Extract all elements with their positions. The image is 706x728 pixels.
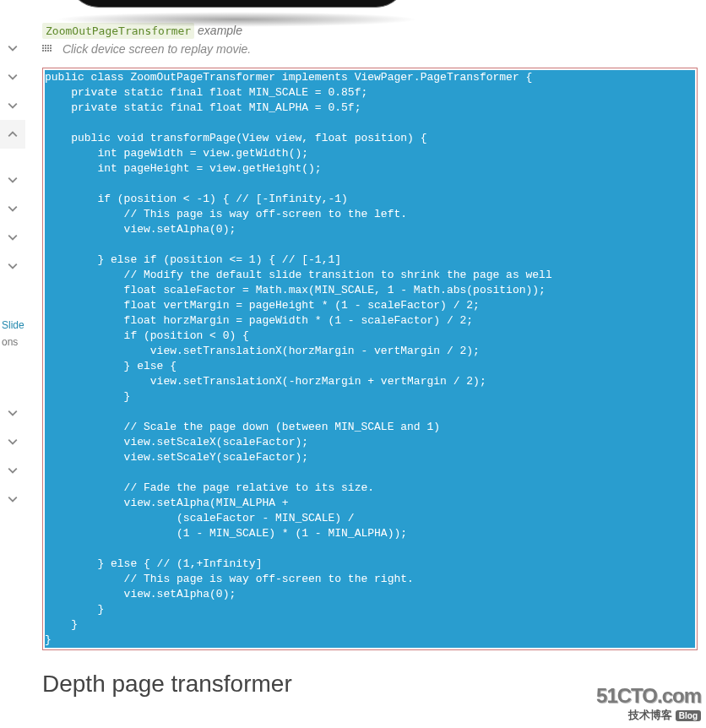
nav-toggle[interactable] bbox=[0, 34, 25, 62]
section-heading: Depth page transformer bbox=[42, 671, 698, 698]
nav-toggle[interactable] bbox=[0, 427, 25, 456]
movie-icon bbox=[42, 45, 54, 55]
code-block[interactable]: public class ZoomOutPageTransformer impl… bbox=[42, 68, 698, 650]
note-text: Click device screen to replay movie. bbox=[62, 42, 251, 56]
device-mockup[interactable] bbox=[59, 0, 414, 17]
nav-toggle[interactable] bbox=[0, 194, 25, 223]
sidebar-text: ons bbox=[0, 336, 25, 348]
nav-toggle[interactable] bbox=[0, 91, 25, 120]
nav-toggle[interactable] bbox=[0, 252, 25, 280]
nav-toggle[interactable] bbox=[0, 485, 25, 513]
nav-toggle[interactable] bbox=[0, 120, 25, 149]
nav-toggle[interactable] bbox=[0, 399, 25, 427]
nav-toggle[interactable] bbox=[0, 223, 25, 252]
replay-note: Click device screen to replay movie. bbox=[42, 42, 698, 56]
sidebar-link-slide[interactable]: Slide bbox=[0, 319, 25, 331]
nav-toggle[interactable] bbox=[0, 456, 25, 485]
nav-toggle[interactable] bbox=[0, 62, 25, 91]
sidebar: Slide ons bbox=[0, 0, 25, 714]
nav-toggle[interactable] bbox=[0, 166, 25, 194]
code-content: public class ZoomOutPageTransformer impl… bbox=[45, 70, 695, 648]
